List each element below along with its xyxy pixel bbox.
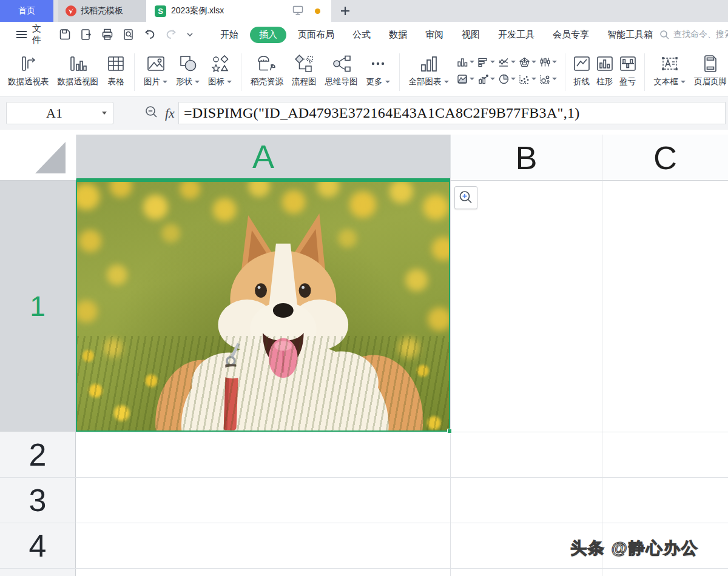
radar-chart-button[interactable] [519,53,539,70]
window-tab-bar: 首页 找稻壳模板 S 2023案例.xlsx [0,0,728,22]
pivot-chart-button[interactable]: 数据透视图 [58,52,99,87]
dropdown-arrow-icon [385,81,390,83]
flowchart-icon [294,52,314,75]
select-all-triangle-icon [35,142,66,173]
redo-button[interactable] [164,28,178,41]
formula-bar: A1 fx =DISPIMG("ID_AD4793E372164E43A1CA8… [0,97,728,130]
file-menu[interactable]: 文件 [0,23,50,46]
mindmap-button[interactable]: 思维导图 [325,52,358,87]
tab-home[interactable]: 首页 [0,0,53,22]
menu-item-start[interactable]: 开始 [214,27,245,43]
picture-icon [146,52,166,75]
command-search-box[interactable]: 查找命令、搜索模板 [659,29,728,40]
pie-chart-button[interactable] [498,70,519,87]
zoom-formula-icon[interactable] [144,105,159,122]
cell-A1-image[interactable] [77,182,449,430]
dropdown-arrow-icon [552,78,557,80]
file-menu-label: 文件 [32,23,41,46]
print-preview-button[interactable] [122,28,135,41]
column-header-A[interactable]: A [76,135,450,181]
picture-button[interactable]: 图片 [144,52,167,87]
grass-texture [77,336,449,430]
autosave-status-dot [315,8,320,14]
ribbon-group-divider [565,53,565,91]
sparkline-line-button[interactable]: 折线 [573,52,591,87]
docer-logo-icon [66,5,76,16]
column-header-B[interactable]: B [450,135,602,181]
area-chart-button[interactable] [457,70,477,87]
row-header-2[interactable]: 2 [0,432,76,477]
line-chart-button[interactable] [498,53,519,70]
dropdown-arrow-icon [470,61,474,63]
dropdown-arrow-icon [490,61,495,63]
formula-input[interactable]: =DISPIMG("ID_AD4793E372164E43A1CA8C2F9B7… [178,102,726,124]
all-charts-icon [419,52,439,75]
shapes-icon [178,52,198,75]
menu-item-member[interactable]: 会员专享 [546,27,596,43]
stock-chart-button[interactable] [539,53,560,70]
dropdown-arrow-icon [511,78,516,80]
menu-item-insert[interactable]: 插入 [250,27,286,43]
sparkline-winloss-button[interactable]: 盈亏 [619,52,637,87]
export-button[interactable] [79,28,93,41]
name-box-dropdown-icon[interactable] [102,112,107,115]
print-button[interactable] [101,28,114,41]
sparkline-winloss-icon [619,52,637,75]
search-icon [659,30,670,40]
menu-item-smart-toolbox[interactable]: 智能工具箱 [601,27,659,43]
dropdown-arrow-icon [227,81,232,83]
worksheet: A B C 1 2 3 4 [0,130,728,576]
icons-button[interactable]: 图标 [208,52,232,87]
tab-docer-template[interactable]: 找稻壳模板 [58,0,146,22]
all-charts-button[interactable]: 全部图表 [409,52,449,87]
sparkline-column-button[interactable]: 柱形 [596,52,614,87]
docer-resources-button[interactable]: 稻壳资源 [251,52,283,87]
formula-text: =DISPIMG("ID_AD4793E372164E43A1CA8C2F9B7… [184,105,580,121]
undo-button[interactable] [143,28,157,41]
select-all-corner[interactable] [0,135,76,181]
flowchart-button[interactable]: 流程图 [292,52,317,87]
customize-toolbar-chevron-icon[interactable] [186,32,194,38]
menu-item-data[interactable]: 数据 [382,27,414,43]
menu-item-formulas[interactable]: 公式 [346,27,377,43]
gridline [450,181,451,576]
row-header-5-partial[interactable] [0,568,76,576]
name-box[interactable]: A1 [6,102,113,124]
bubble-chart-button[interactable] [539,70,560,87]
more-dots-icon [369,52,387,75]
header-footer-button[interactable]: 页眉页脚 [694,52,727,87]
scatter-chart-button[interactable] [519,70,539,87]
spreadsheet-badge-icon: S [155,5,166,17]
screen-share-icon[interactable] [292,5,304,18]
menu-item-developer[interactable]: 开发工具 [491,27,541,43]
sparkline-column-icon [596,52,614,75]
ribbon-group-divider [134,53,135,91]
row-header-4[interactable]: 4 [0,523,76,568]
table-icon [107,52,125,75]
menu-item-view[interactable]: 视图 [455,27,487,43]
menu-item-review[interactable]: 审阅 [419,27,450,43]
fx-insert-function[interactable]: fx [165,105,175,121]
sparkline-line-icon [573,52,591,75]
column-header-C[interactable]: C [602,135,728,181]
gridline [0,523,728,523]
textbox-button[interactable]: 文本框 [654,52,686,87]
table-button[interactable]: 表格 [107,52,125,87]
pivot-table-button[interactable]: 数据透视表 [8,52,49,87]
image-zoom-button[interactable] [454,186,477,209]
gridline [0,477,728,478]
combo-chart-button[interactable] [477,70,498,87]
pivot-table-icon [18,52,39,75]
new-tab-button[interactable] [335,0,356,22]
textbox-icon [660,52,679,75]
save-button[interactable] [58,28,72,41]
row-header-3[interactable]: 3 [0,477,76,523]
shapes-button[interactable]: 形状 [176,52,200,87]
tab-document-active[interactable]: S 2023案例.xlsx [146,0,331,22]
bar-chart-button[interactable] [477,53,498,70]
dropdown-arrow-icon [195,81,200,83]
row-header-1[interactable]: 1 [0,181,76,432]
column-chart-button[interactable] [457,53,477,70]
menu-item-page-layout[interactable]: 页面布局 [291,27,341,43]
more-insert-button[interactable]: 更多 [366,52,390,87]
